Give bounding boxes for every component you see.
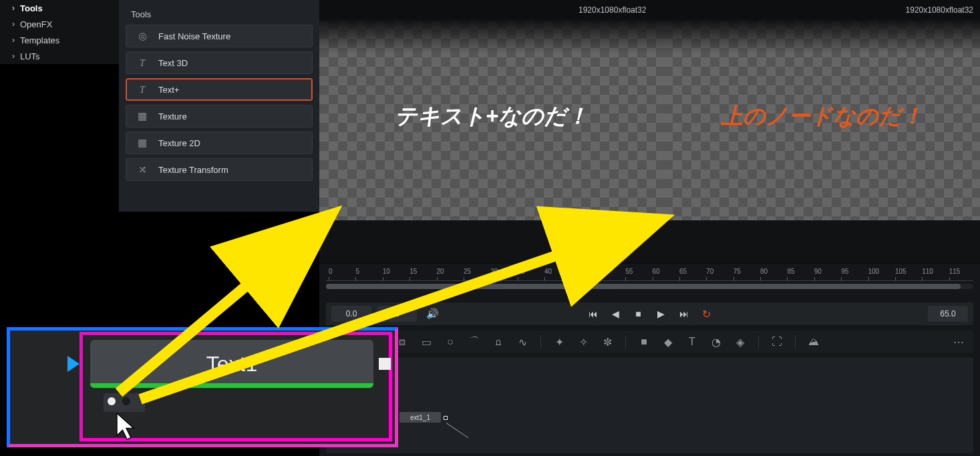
panel-title: Tools: [126, 7, 313, 25]
node-socket-tab: [104, 393, 145, 412]
sidebar-item-templates[interactable]: Templates: [0, 32, 119, 48]
toolbox-icon[interactable]: ◔: [710, 336, 722, 348]
text-icon: T: [126, 84, 158, 95]
tool-label: Fast Noise Texture: [158, 31, 230, 41]
sidebar-item-tools[interactable]: Tools: [0, 0, 119, 16]
tool-label: Text+: [158, 85, 179, 95]
viewer-left[interactable]: テキスト+なのだ！: [319, 20, 664, 220]
tool-texture-transform[interactable]: ⤨ Texture Transform: [126, 158, 313, 181]
ruler-tick: 110: [922, 268, 933, 275]
toolbox-icon[interactable]: ∿: [516, 336, 528, 348]
svg-marker-0: [117, 413, 134, 439]
tool-text-3d[interactable]: T Text 3D: [126, 51, 313, 74]
transport-bar: 0.0 1 🔊 ⏮ ◀ ■ ▶ ⏭ ↻ 65.0: [326, 302, 973, 325]
cursor-icon: [116, 413, 137, 444]
speaker-icon[interactable]: 🔊: [426, 308, 439, 320]
out-point-field[interactable]: 1: [377, 306, 417, 322]
time-ruler[interactable]: 0510152025303540455055606570758085909510…: [326, 268, 973, 281]
zoomed-node-text1: Text1: [90, 340, 373, 388]
toolbox-sep: [540, 335, 541, 349]
viewer-footer-strip: [319, 220, 980, 262]
viewer-right-rendered-text: 上のノードなのだ！: [663, 101, 980, 132]
texture-icon: ▦: [126, 110, 158, 122]
node-input-triangle-icon: [67, 356, 79, 372]
tool-fast-noise-texture[interactable]: ◎ Fast Noise Texture: [126, 25, 313, 47]
ruler-tick: 30: [490, 268, 498, 275]
viewer-vignette: [319, 20, 664, 53]
node-color-band: [90, 383, 373, 388]
sidebar-item-label: Templates: [20, 35, 59, 45]
toolbox-icon[interactable]: ✦: [553, 336, 565, 348]
toolbox-icon[interactable]: ◈: [734, 336, 746, 348]
tool-label: Texture: [158, 111, 187, 122]
ruler-tick: 115: [949, 268, 961, 275]
tool-text-plus[interactable]: T Text+: [126, 78, 313, 101]
stop-icon[interactable]: ■: [633, 308, 644, 319]
timeline-panel: 0510152025303540455055606570758085909510…: [319, 264, 980, 456]
flow-connection-line: [446, 423, 469, 438]
tool-label: Texture Transform: [158, 165, 228, 175]
viewer-right[interactable]: 上のノードなのだ！: [663, 20, 980, 220]
transform-icon: ⤨: [126, 164, 158, 176]
effects-category-sidebar: Tools OpenFX Templates LUTs: [0, 0, 119, 64]
toolbox-sep: [625, 335, 626, 349]
tool-texture-2d[interactable]: ▦ Texture 2D: [126, 132, 313, 154]
node-output-square-icon: [379, 358, 391, 370]
sidebar-item-luts[interactable]: LUTs: [0, 48, 119, 64]
tool-texture[interactable]: ▦ Texture: [126, 105, 313, 128]
ruler-tick: 45: [571, 268, 579, 275]
toolbox-icon[interactable]: ■: [638, 336, 650, 348]
flow-node-area[interactable]: ext1_1: [326, 357, 973, 453]
toolbox-icon[interactable]: ⩍: [492, 336, 504, 348]
chevron-right-icon: [9, 19, 17, 29]
ruler-tick: 0: [329, 268, 333, 275]
ruler-tick: 55: [625, 268, 633, 275]
loop-icon[interactable]: ↻: [701, 308, 712, 320]
texture-icon: ▦: [126, 137, 158, 149]
viewer-right-format-info: 1920x1080xfloat32: [906, 5, 973, 15]
skip-back-icon[interactable]: ⏮: [588, 308, 599, 319]
tool-label: Texture 2D: [158, 138, 200, 148]
toolbox-icon[interactable]: ▭: [420, 336, 432, 348]
toolbox-icon[interactable]: T: [686, 336, 698, 348]
ruler-tick: 100: [868, 268, 880, 275]
play-icon[interactable]: ▶: [656, 308, 667, 319]
ruler-tick: 5: [355, 268, 359, 275]
chevron-right-icon: [9, 35, 17, 45]
toolbox-sep: [795, 335, 796, 349]
ruler-scroll-thumb[interactable]: [326, 284, 961, 289]
current-frame-field[interactable]: 65.0: [928, 306, 968, 322]
zoomed-node-label: Text1: [206, 352, 257, 377]
flow-node-text1_1[interactable]: ext1_1: [399, 412, 441, 423]
toolbox-icon[interactable]: ⌒: [468, 336, 480, 348]
ruler-scrollbar[interactable]: [326, 284, 973, 289]
skip-forward-icon[interactable]: ⏭: [679, 308, 689, 319]
viewer-vignette: [663, 20, 980, 53]
ruler-tick: 90: [814, 268, 822, 275]
ruler-tick: 50: [599, 268, 606, 275]
toolbox-sep: [758, 335, 759, 349]
chevron-right-icon: [9, 3, 17, 13]
flow-node-output-square[interactable]: [444, 416, 448, 420]
node-socket-a: [108, 397, 116, 405]
tools-panel: Tools ◎ Fast Noise Texture T Text 3D T T…: [119, 0, 319, 212]
toolbox-icon[interactable]: ⛶: [771, 336, 783, 348]
toolbox-icon[interactable]: ○: [444, 336, 456, 348]
ruler-tick: 95: [841, 268, 848, 275]
dual-viewer-area: 1920x1080xfloat32 1920x1080xfloat32 テキスト…: [319, 0, 980, 264]
toolbox-icon[interactable]: ✧: [577, 336, 589, 348]
sidebar-item-label: LUTs: [20, 51, 40, 61]
step-back-icon[interactable]: ◀: [611, 308, 621, 319]
ruler-tick: 80: [760, 268, 768, 275]
ruler-tick: 20: [437, 268, 444, 275]
ruler-tick: 10: [383, 268, 390, 275]
node-socket-b: [122, 397, 130, 405]
toolbox-icon[interactable]: ◆: [662, 336, 674, 348]
in-point-field[interactable]: 0.0: [331, 306, 371, 322]
toolbox-icon[interactable]: ✼: [601, 336, 613, 348]
ruler-tick: 75: [733, 268, 741, 275]
text-icon: T: [126, 57, 158, 69]
sidebar-item-openfx[interactable]: OpenFX: [0, 16, 119, 32]
more-button[interactable]: ⋯: [953, 336, 965, 349]
toolbox-icon[interactable]: ⛰: [808, 336, 820, 348]
